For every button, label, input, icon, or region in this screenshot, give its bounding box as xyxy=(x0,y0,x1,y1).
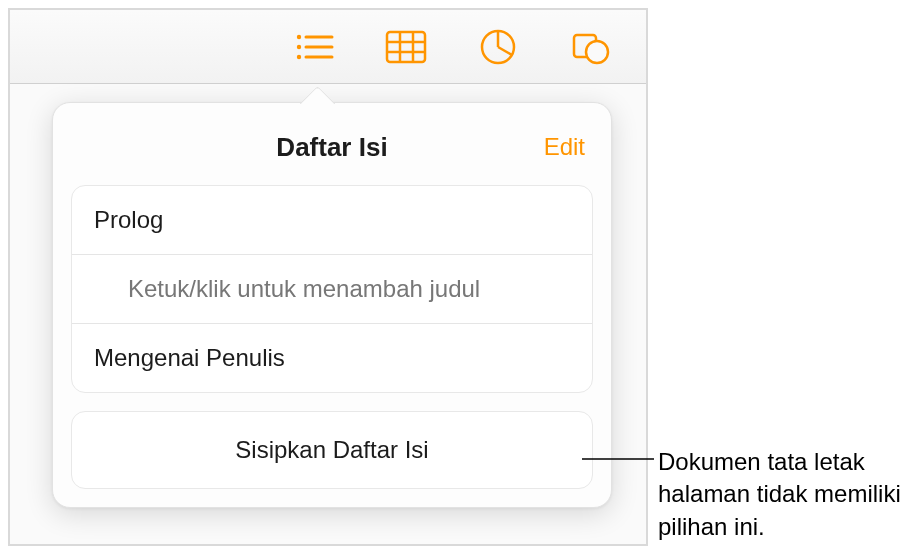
toc-toolbar-button[interactable] xyxy=(268,10,360,84)
svg-rect-6 xyxy=(387,32,425,62)
table-icon xyxy=(385,30,427,64)
svg-point-0 xyxy=(297,34,301,38)
svg-point-4 xyxy=(297,54,301,58)
toc-entry[interactable]: Mengenai Penulis xyxy=(72,324,592,392)
table-toolbar-button[interactable] xyxy=(360,10,452,84)
toc-entry[interactable]: Prolog xyxy=(72,186,592,255)
insert-toc-button[interactable]: Sisipkan Daftar Isi xyxy=(71,411,593,489)
shape-icon xyxy=(570,29,610,65)
svg-point-13 xyxy=(586,41,608,63)
list-bullets-icon xyxy=(294,32,334,62)
edit-button[interactable]: Edit xyxy=(544,133,585,161)
popover-header: Daftar Isi Edit xyxy=(71,123,593,171)
toc-list: Prolog Ketuk/klik untuk menambah judul M… xyxy=(71,185,593,393)
app-frame: Daftar Isi Edit Prolog Ketuk/klik untuk … xyxy=(8,8,648,546)
toolbar xyxy=(10,10,646,84)
svg-point-2 xyxy=(297,44,301,48)
pie-chart-icon xyxy=(479,28,517,66)
callout-text: Dokumen tata letak halaman tidak memilik… xyxy=(658,446,916,543)
chart-toolbar-button[interactable] xyxy=(452,10,544,84)
toc-popover: Daftar Isi Edit Prolog Ketuk/klik untuk … xyxy=(52,102,612,508)
popover-title: Daftar Isi xyxy=(276,132,387,163)
shape-toolbar-button[interactable] xyxy=(544,10,636,84)
toc-entry-placeholder[interactable]: Ketuk/klik untuk menambah judul xyxy=(72,255,592,324)
